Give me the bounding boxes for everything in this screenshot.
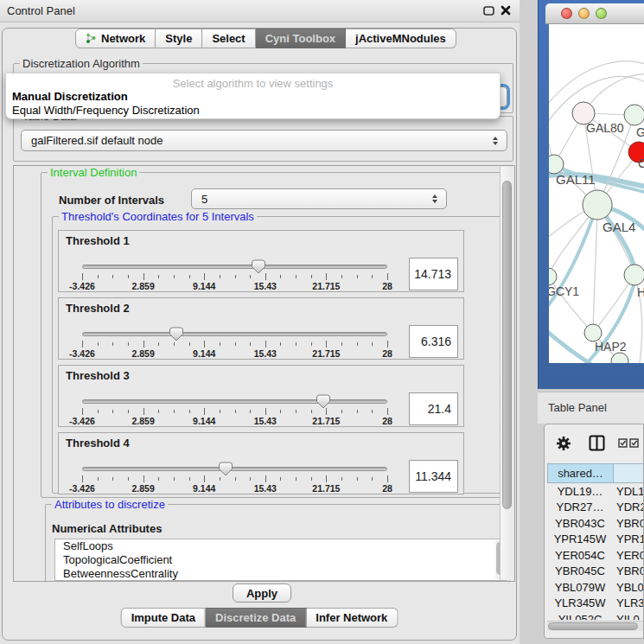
table-row[interactable]: YPR145WYPR1 [547,532,644,548]
slider-ticks [82,341,387,348]
table-panel-header: Table Panel [538,392,644,424]
slider-tick-labels: -3.4262.8599.14415.4321.71528 [82,281,387,291]
popup-hint: Select algorithm to view settings [6,77,500,90]
table-row[interactable]: YDR27…YDR2 [547,500,644,516]
cell-name: YIL0 [613,613,644,620]
slider-thumb[interactable] [169,327,183,341]
network-view-window: GAL80GACGAL11GAL4GCY1HHAP2 [538,0,644,389]
table-row[interactable]: YLR345WYLR3 [547,596,644,612]
num-intervals-combobox[interactable]: 5 [191,188,447,209]
zoom-light-icon[interactable] [596,8,607,19]
cell-shared-name: YBR043C [547,517,613,530]
top-tab-bar: NetworkStyleSelectCyni ToolboxjActiveMNo… [75,29,456,48]
close-light-icon[interactable] [561,8,572,19]
svg-text:HAP2: HAP2 [595,340,627,354]
slider-ticks [82,273,387,281]
slider-track[interactable] [82,265,387,269]
column-header[interactable]: shared… [547,463,613,483]
tab-label: Style [165,32,192,45]
bottom-tab-bar: Impute DataDiscretize DataInfer Network [121,608,399,628]
svg-text:C: C [638,156,644,170]
popup-option-manual-discretization[interactable]: Manual Discretization [12,90,128,103]
table-row[interactable]: YBR043CYBR0 [547,515,644,532]
threshold-value-field[interactable]: 14.713 [409,258,458,290]
tab-discretize-data[interactable]: Discretize Data [206,608,306,628]
attribute-item[interactable]: BetweennessCentrality [55,567,507,581]
tab-select[interactable]: Select [202,29,255,48]
table-row[interactable]: YBR045CYBR0 [547,564,644,580]
tab-impute-data[interactable]: Impute Data [121,608,206,628]
gear-icon[interactable] [556,436,571,451]
threshold-slider[interactable]: -3.4262.8599.14415.4321.71528 [82,462,387,494]
column-header[interactable]: na [613,463,644,483]
group-title: Threshold's Coordinates for 5 Intervals [59,210,257,223]
checkbox-icon[interactable] [629,438,639,448]
algorithm-dropdown-popup: Select algorithm to view settings Manual… [5,73,501,119]
tab-style[interactable]: Style [156,29,202,48]
table-row[interactable]: YIL052CYIL0 [547,611,644,620]
slider-track[interactable] [82,399,387,404]
cell-shared-name: YDR27… [547,501,613,513]
cell-name: YER0 [613,549,644,562]
table-h-scrollbar[interactable] [547,621,644,631]
threshold-slider[interactable]: -3.4262.8599.14415.4321.71528 [82,394,387,427]
apply-button[interactable]: Apply [233,583,291,603]
table-panel-title: Table Panel [548,401,607,414]
popup-option-equal-width-frequency[interactable]: Equal Width/Frequency Discretization [12,104,200,117]
cell-name: YPR1 [613,532,644,545]
svg-text:GA: GA [636,125,644,139]
settings-scrollbar[interactable] [500,167,513,580]
cell-shared-name: YBR045C [547,564,613,577]
svg-text:GAL11: GAL11 [556,172,596,187]
network-canvas[interactable]: GAL80GACGAL11GAL4GCY1HHAP2 [549,24,644,363]
tab-infer-network[interactable]: Infer Network [306,608,398,628]
tab-label: Infer Network [316,611,387,624]
table-row[interactable]: YER054CYER0 [547,547,644,564]
threshold-panel-3: Threshold 3-3.4262.8599.14415.4321.71528… [58,365,464,427]
cell-name: YDL1 [613,485,644,498]
float-window-icon[interactable] [483,6,494,16]
cell-name: YBR0 [613,517,644,530]
minimize-light-icon[interactable] [578,8,590,19]
threshold-value-field[interactable]: 6.316 [409,325,458,358]
split-columns-icon[interactable] [589,435,605,451]
scrollbar-thumb[interactable] [548,622,638,630]
table-header-row: shared…na [547,463,644,483]
control-panel-body: NetworkStyleSelectCyni ToolboxjActiveMNo… [2,28,517,641]
threshold-slider[interactable]: -3.4262.8599.14415.4321.71528 [82,327,387,360]
slider-tick-labels: -3.4262.8599.14415.4321.71528 [82,416,387,426]
checkbox-icon[interactable] [618,438,628,448]
combo-arrows-icon [488,137,503,145]
threshold-value-field[interactable]: 11.344 [409,460,458,493]
slider-track[interactable] [82,332,387,336]
scrollbar-thumb[interactable] [502,181,512,509]
tab-jactivemnodules[interactable]: jActiveMNodules [346,29,456,48]
threshold-value-field[interactable]: 21.4 [409,392,458,425]
group-title: Attributes to discretize [52,498,168,511]
close-icon[interactable] [501,5,511,16]
slider-thumb[interactable] [252,259,265,274]
cell-name: YLR3 [613,596,644,609]
table-row[interactable]: YDL19…YDL1 [547,483,644,500]
tab-cyni-toolbox[interactable]: Cyni Toolbox [256,29,346,48]
threshold-slider[interactable]: -3.4262.8599.14415.4321.71528 [82,259,387,292]
slider-thumb[interactable] [316,394,330,409]
numerical-attributes-list[interactable]: SelfLoopsTopologicalCoefficientBetweenne… [54,539,507,581]
table-data-combobox[interactable]: galFiltered.sif default node [21,130,507,151]
attribute-item[interactable]: TopologicalCoefficient [55,553,507,567]
cell-shared-name: YIL052C [547,613,613,620]
table-row[interactable]: YBL079WYBL0 [547,579,644,596]
slider-ticks [82,475,387,483]
table-toolbar [545,424,644,462]
thresholds-group: Threshold's Coordinates for 5 Intervals … [52,216,502,494]
combo-arrows-icon [427,194,443,203]
tab-network[interactable]: Network [75,29,156,48]
table-data-group: Table Data galFiltered.sif default node [13,116,513,162]
svg-text:GAL80: GAL80 [586,121,624,135]
cell-shared-name: YLR345W [547,596,613,609]
slider-track[interactable] [82,467,387,471]
tab-label: jActiveMNodules [355,32,446,45]
slider-tick-labels: -3.4262.8599.14415.4321.71528 [82,348,387,359]
slider-thumb[interactable] [219,462,233,476]
attribute-item[interactable]: SelfLoops [55,539,507,553]
